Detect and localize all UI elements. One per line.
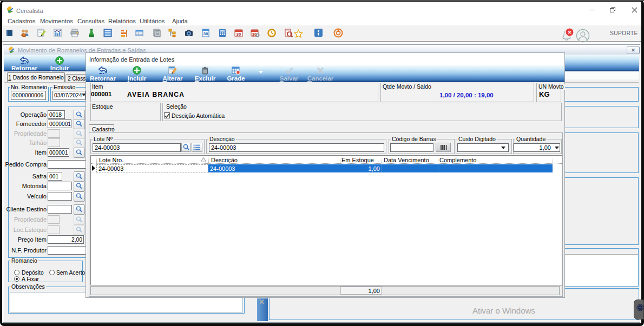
- svg-text:30: 30: [236, 32, 241, 37]
- svg-text:30: 30: [203, 31, 208, 36]
- svg-text:✕: ✕: [568, 30, 572, 35]
